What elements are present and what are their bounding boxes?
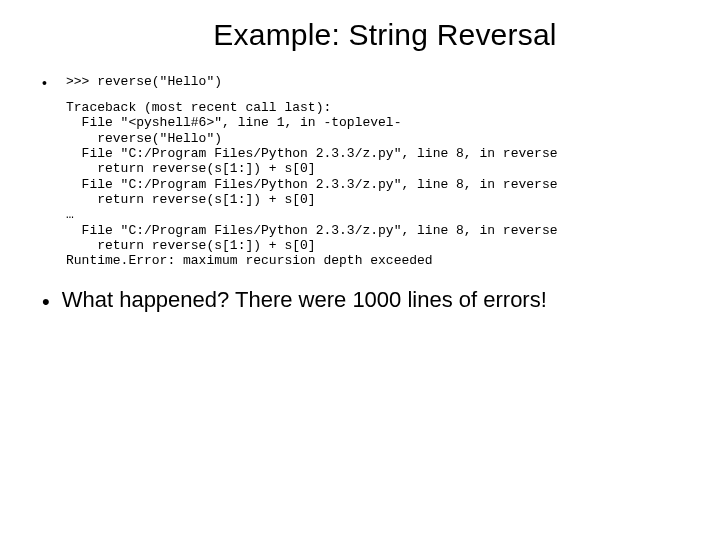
traceback-line: File "C:/Program Files/Python 2.3.3/z.py… [66,223,557,238]
traceback-line: return reverse(s[1:]) + s[0] [66,192,316,207]
traceback-line: return reverse(s[1:]) + s[0] [66,161,316,176]
bullet-dot-icon: • [42,291,50,313]
code-bullet: • >>> reverse("Hello") [42,74,680,90]
slide-content: • >>> reverse("Hello") Traceback (most r… [42,74,680,313]
traceback-line: File "<pyshell#6>", line 1, in -toplevel… [66,115,401,130]
slide-title: Example: String Reversal [40,18,680,52]
traceback-line: return reverse(s[1:]) + s[0] [66,238,316,253]
traceback-line: reverse("Hello") [66,131,222,146]
traceback-header: Traceback (most recent call last): [66,100,331,115]
traceback-block: Traceback (most recent call last): File … [66,100,680,269]
summary-bullet: • What happened? There were 1000 lines o… [42,287,680,313]
bullet-dot-icon: • [42,76,48,90]
traceback-line: File "C:/Program Files/Python 2.3.3/z.py… [66,177,557,192]
traceback-error: Runtime.Error: maximum recursion depth e… [66,253,433,268]
traceback-ellipsis: … [66,207,74,222]
slide: Example: String Reversal • >>> reverse("… [0,0,720,540]
repl-input: >>> reverse("Hello") [66,74,222,89]
summary-text: What happened? There were 1000 lines of … [62,287,547,313]
traceback-line: File "C:/Program Files/Python 2.3.3/z.py… [66,146,557,161]
